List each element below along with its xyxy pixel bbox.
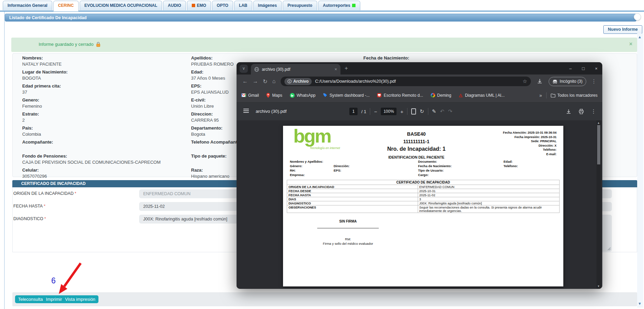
pdf-more-icon[interactable]: ⋮ (591, 108, 596, 115)
banner-close-icon[interactable]: × (629, 41, 632, 47)
bookmarks-overflow-icon[interactable]: » (539, 93, 542, 98)
pdf-sin-firma: SIN FIRMA (309, 219, 387, 223)
resize-grip-icon[interactable] (607, 247, 611, 251)
bookmark-star-icon[interactable]: ☆ (523, 78, 527, 84)
tab-lab[interactable]: LAB (234, 1, 252, 10)
tab-autorreportes[interactable]: Autorreportes (318, 1, 360, 10)
pdf-scroll-up-icon[interactable]: ▲ (597, 121, 600, 124)
field-value: 37 Años 0 Meses (191, 76, 241, 82)
redo-icon[interactable]: ↷ (448, 108, 453, 115)
new-tab-button[interactable]: + (345, 65, 348, 72)
tab-evolucion-medica-ocupacional[interactable]: EVOLUCION MEDICA OCUPACIONAL (80, 1, 162, 10)
annotate-pen-icon[interactable]: ✎ (432, 108, 437, 115)
pdf-table-label: OBSERVACIONES (287, 205, 418, 213)
pdf-header-center: BASE40 111111111-1 Nro. de Incapacidad: … (368, 131, 464, 152)
scroll-down-icon[interactable]: ▼ (638, 301, 642, 306)
bookmark-deming[interactable]: Deming (431, 93, 451, 98)
page-title: Listado de Certificado De Incapacidad (9, 15, 86, 20)
tab-informacion-general[interactable]: Información General (3, 1, 52, 10)
bookmark-escritorio-remoto[interactable]: Escritorio Remoto d... (377, 93, 423, 98)
tab-close-icon[interactable]: × (334, 67, 337, 72)
forward-icon[interactable]: → (253, 78, 258, 84)
bookmarks-divider (546, 92, 547, 98)
pdf-patient-section-title: IDENTIFICACION DEL PACIENTE (368, 155, 464, 159)
tab-opto[interactable]: OPTO (212, 1, 233, 10)
url-text: C:/Users/a/Downloads/archivo%20(30).pdf (315, 79, 523, 84)
field-fondo-pensiones: Fondo de Pensiones:CAJA DE PREVISION SOC… (22, 153, 161, 166)
browser-tab[interactable]: archivo (30).pdf × (251, 64, 340, 75)
tab-label: AUDIO (168, 3, 181, 8)
undo-icon[interactable]: ↶ (440, 108, 444, 115)
tab-emo[interactable]: EMO (187, 1, 211, 10)
teleconsulta-button[interactable]: Teleconsulta (18, 297, 43, 302)
field-label: Celular: (22, 167, 161, 174)
pdf-meta-line: Dirección: X (471, 144, 556, 148)
bookmark-label: WhatsApp (297, 93, 316, 98)
bookmark-whatsapp[interactable]: WhatsApp (290, 93, 316, 98)
folder-icon (551, 93, 555, 97)
pdf-download-icon[interactable] (566, 109, 572, 115)
pdf-print-icon[interactable] (578, 109, 584, 115)
close-button[interactable]: × (595, 66, 598, 71)
pdf-table-value: 2025-10-31 (418, 189, 559, 193)
address-bar[interactable]: Archivo C:/Users/a/Downloads/archivo%20(… (281, 77, 531, 86)
tab-cerinc[interactable]: CERINC (53, 1, 79, 11)
pdf-table-label: DIAS (287, 197, 418, 201)
field-raza: Raza:Hispano americano (191, 167, 241, 180)
new-report-button[interactable]: Nuevo Informe (603, 25, 642, 34)
tab-label: EMO (197, 3, 206, 8)
fit-page-icon[interactable] (411, 108, 416, 115)
file-scheme-chip[interactable]: Archivo (284, 78, 312, 85)
reload-icon[interactable]: ↻ (263, 78, 267, 85)
back-icon[interactable]: ← (242, 78, 248, 84)
pdf-table-value: Seguir las recomendaciones dadas en la c… (418, 205, 559, 213)
field-pais: Pais:Colombia (22, 125, 161, 138)
field-label: Acompañante: (22, 139, 161, 146)
field-value: Colombia (22, 132, 161, 138)
zoom-out-icon[interactable]: − (374, 109, 377, 115)
browser-menu-icon[interactable]: ⋮ (591, 78, 596, 84)
maximize-button[interactable]: □ (582, 66, 585, 71)
collapse-handle-button[interactable] (634, 13, 641, 21)
field-value: PRUEBAS ROMERO (191, 62, 241, 68)
pdf-scroll-down-icon[interactable]: ▼ (597, 285, 600, 288)
patient-col-2: Apellidos:PRUEBAS ROMERO Edad:37 Años 0 … (191, 55, 241, 182)
home-icon[interactable]: ⌂ (272, 78, 276, 84)
minimize-button[interactable]: – (569, 66, 572, 71)
jira-icon (323, 93, 327, 97)
field-estrato: Estrato:2 (22, 111, 161, 124)
field-value: 37 (22, 90, 161, 96)
pdf-menu-icon[interactable] (243, 109, 249, 113)
bookmark-label: Todos los marcadores (558, 93, 598, 98)
tab-imagenes[interactable]: Imágenes (253, 1, 282, 10)
pdf-label: EPS: (334, 168, 341, 173)
lock-icon (96, 42, 100, 47)
pdf-scroll-thumb[interactable] (597, 125, 600, 164)
tab-presupuesto[interactable]: Presupuesto (283, 1, 317, 10)
pdf-header-right: Fecha Atención: 2025-10-31 09:36:04 Fech… (471, 131, 556, 156)
page-scrollbar[interactable]: ▲ ▼ (637, 33, 643, 308)
bookmark-system-dashboard[interactable]: System dashboard -... (323, 93, 370, 98)
zoom-in-icon[interactable]: + (400, 109, 403, 115)
all-bookmarks-button[interactable]: Todos los marcadores (551, 93, 598, 98)
globe-icon (254, 67, 259, 72)
pdf-scrollbar[interactable]: ▲ ▼ (596, 120, 601, 289)
scroll-up-icon[interactable]: ▲ (638, 35, 642, 39)
toolbar-divider (370, 108, 370, 115)
tab-label: Presupuesto (287, 3, 312, 8)
pdf-company: BASE40 (368, 131, 464, 137)
bookmark-diagramas-uml[interactable]: Diagramas UML | Al... (459, 93, 505, 98)
rotate-icon[interactable]: ↻ (420, 108, 424, 115)
field-value: CARRERA 95 (191, 118, 241, 124)
page-number-input[interactable]: 1 (349, 108, 358, 115)
downloads-icon[interactable] (537, 78, 543, 84)
incognito-badge[interactable]: Incógnito (3) (549, 77, 586, 86)
zoom-level[interactable]: 100% (381, 108, 397, 115)
field-label: Tipo de paquete: (191, 153, 241, 160)
field-label: Estrato: (22, 111, 161, 118)
tab-audio[interactable]: AUDIO (163, 1, 186, 10)
bookmark-gmail[interactable]: Gmail (241, 93, 259, 98)
success-banner-text-wrap: Informe guardado y cerrado (39, 42, 100, 47)
tab-search-button[interactable]: ∨ (240, 65, 248, 73)
bookmark-maps[interactable]: Maps (266, 93, 282, 98)
